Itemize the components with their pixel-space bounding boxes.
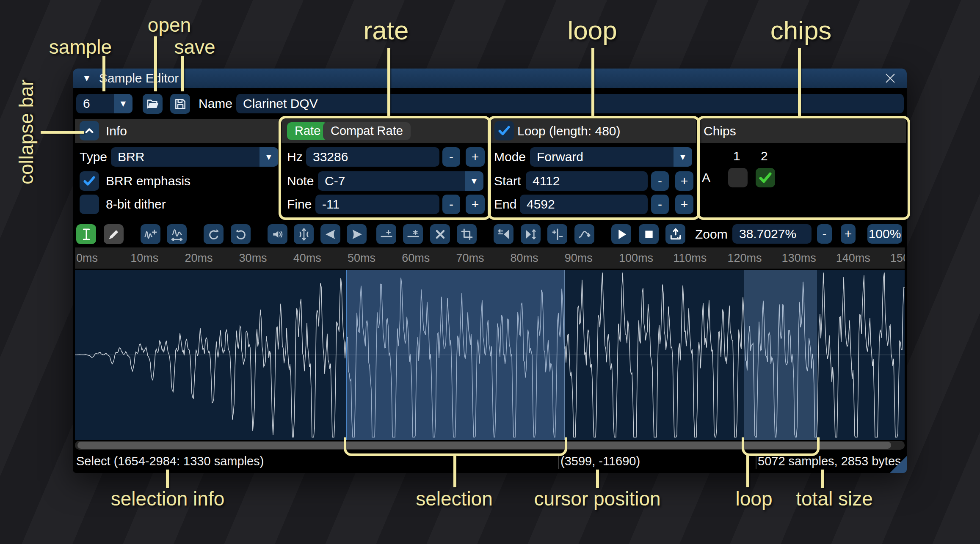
annotation-collapse-bar: collapse bar bbox=[15, 71, 38, 193]
preview-button[interactable] bbox=[268, 224, 287, 244]
zoom-input[interactable]: 38.7027% bbox=[732, 224, 812, 244]
window-title: Sample Editor bbox=[99, 71, 179, 85]
stop-button[interactable] bbox=[639, 224, 659, 244]
name-input[interactable]: Clarinet DQV bbox=[236, 94, 904, 113]
brr-emphasis-checkbox[interactable] bbox=[80, 171, 99, 191]
check-icon bbox=[82, 174, 97, 188]
dither-checkbox[interactable] bbox=[80, 195, 99, 214]
loop-region[interactable] bbox=[744, 270, 817, 440]
apply-silence-button[interactable] bbox=[403, 224, 423, 244]
filter-button[interactable] bbox=[574, 224, 594, 244]
crop-icon bbox=[460, 228, 474, 241]
redo-icon bbox=[234, 228, 248, 241]
zoom-label: Zoom bbox=[695, 224, 728, 244]
total-size-text: 5072 samples, 2853 bytes bbox=[758, 454, 901, 468]
annotation-open: open bbox=[148, 14, 191, 36]
export-button[interactable] bbox=[665, 224, 685, 244]
annotation-box-chips bbox=[697, 116, 910, 220]
window-collapse-icon[interactable]: ▼ bbox=[82, 73, 91, 84]
sample-number-select[interactable]: 6 ▼ bbox=[76, 94, 133, 113]
screenshot-root: { "annotations": { "sample": "sample", "… bbox=[0, 0, 980, 544]
annotation-sample: sample bbox=[49, 36, 112, 58]
annotation-line-collapse-bar bbox=[41, 131, 84, 134]
amplify-button[interactable] bbox=[294, 224, 314, 244]
annotation-line-loop-bottom bbox=[746, 455, 749, 487]
name-label: Name bbox=[199, 94, 232, 113]
zoom-reset-button[interactable]: 100% bbox=[867, 224, 902, 244]
timeline-tick-label: 50ms bbox=[348, 252, 375, 265]
annotation-line-rate bbox=[387, 48, 390, 117]
timeline-tick-label: 0ms bbox=[76, 252, 98, 265]
timeline-ruler[interactable]: 0ms10ms20ms30ms40ms50ms60ms70ms80ms90ms1… bbox=[75, 247, 905, 269]
brr-emphasis-label: BRR emphasis bbox=[106, 171, 190, 191]
info-panel: Info Type BRR ▼ BRR emphasis 8-bit dithe… bbox=[75, 119, 281, 217]
titlebar[interactable]: ▼ Sample Editor bbox=[73, 69, 907, 88]
open-button[interactable] bbox=[143, 94, 163, 114]
type-label: Type bbox=[80, 147, 107, 167]
save-button[interactable] bbox=[170, 94, 190, 114]
undo-button[interactable] bbox=[204, 224, 224, 244]
annotation-bracket-selection bbox=[344, 437, 567, 456]
annotation-line-sample bbox=[102, 56, 105, 91]
annotation-line-cursor-position bbox=[596, 470, 599, 488]
timeline-tick-label: 60ms bbox=[402, 252, 430, 265]
chevron-down-icon: ▼ bbox=[259, 147, 278, 167]
curve-arrow-icon bbox=[578, 228, 591, 241]
plus-minus-line-icon bbox=[551, 228, 564, 241]
annotation-line-total-size bbox=[821, 470, 824, 488]
collapse-bar-button[interactable] bbox=[80, 121, 99, 140]
dc-offset-button[interactable] bbox=[547, 224, 567, 244]
window-resize-handle[interactable] bbox=[890, 456, 907, 473]
close-icon[interactable] bbox=[883, 71, 897, 85]
wave-updown-icon bbox=[524, 228, 538, 241]
draw-tool-button[interactable] bbox=[104, 224, 124, 244]
speaker-icon bbox=[271, 228, 284, 241]
fade-out-button[interactable] bbox=[347, 224, 367, 244]
x-icon bbox=[433, 228, 447, 241]
chevron-down-icon: ▼ bbox=[114, 94, 133, 113]
folder-open-icon bbox=[146, 97, 160, 111]
floppy-disk-icon bbox=[174, 97, 187, 111]
timeline-tick-label: 80ms bbox=[511, 252, 538, 265]
annotation-selection: selection bbox=[416, 487, 493, 510]
redo-button[interactable] bbox=[231, 224, 251, 244]
timeline-tick-label: 120ms bbox=[727, 252, 762, 265]
trim-button[interactable] bbox=[457, 224, 477, 244]
annotation-bracket-loop bbox=[742, 437, 820, 456]
type-select[interactable]: BRR ▼ bbox=[111, 147, 278, 167]
zoom-in-button[interactable]: + bbox=[841, 224, 856, 244]
timeline-tick-label: 130ms bbox=[782, 252, 816, 265]
annotation-box-loop bbox=[488, 116, 700, 220]
timeline-tick-label: 20ms bbox=[185, 252, 213, 265]
info-panel-title: Info bbox=[106, 124, 127, 138]
annotation-line-chips bbox=[798, 48, 801, 117]
delete-button[interactable] bbox=[430, 224, 450, 244]
annotation-line-selection bbox=[453, 455, 456, 487]
reverse-button[interactable] bbox=[494, 224, 513, 244]
annotation-line-save bbox=[181, 56, 184, 91]
annotation-total-size: total size bbox=[796, 487, 873, 510]
annotation-line-loop bbox=[591, 48, 594, 117]
insert-wave-button[interactable] bbox=[141, 224, 160, 244]
upload-icon bbox=[669, 228, 682, 241]
select-tool-button[interactable] bbox=[76, 224, 96, 244]
undo-icon bbox=[207, 228, 221, 241]
reverse-icon bbox=[497, 228, 511, 241]
play-button[interactable] bbox=[611, 224, 631, 244]
stretch-wave-button[interactable] bbox=[167, 224, 187, 244]
resample-button[interactable] bbox=[521, 224, 541, 244]
annotation-cursor-position: cursor position bbox=[534, 487, 660, 510]
annotation-box-rate bbox=[279, 116, 491, 220]
waveform-display[interactable] bbox=[75, 270, 905, 440]
line-asterisk-icon bbox=[406, 228, 420, 241]
play-icon bbox=[615, 228, 628, 241]
timeline-tick-label: 110ms bbox=[673, 252, 707, 265]
line-plus-icon bbox=[380, 228, 393, 241]
wave-resize-icon bbox=[170, 228, 184, 241]
dither-label: 8-bit dither bbox=[106, 195, 166, 214]
insert-silence-button[interactable] bbox=[376, 224, 396, 244]
fade-in-button[interactable] bbox=[320, 224, 340, 244]
selection-region[interactable] bbox=[346, 270, 565, 440]
pencil-icon bbox=[107, 228, 121, 241]
zoom-out-button[interactable]: - bbox=[817, 224, 832, 244]
